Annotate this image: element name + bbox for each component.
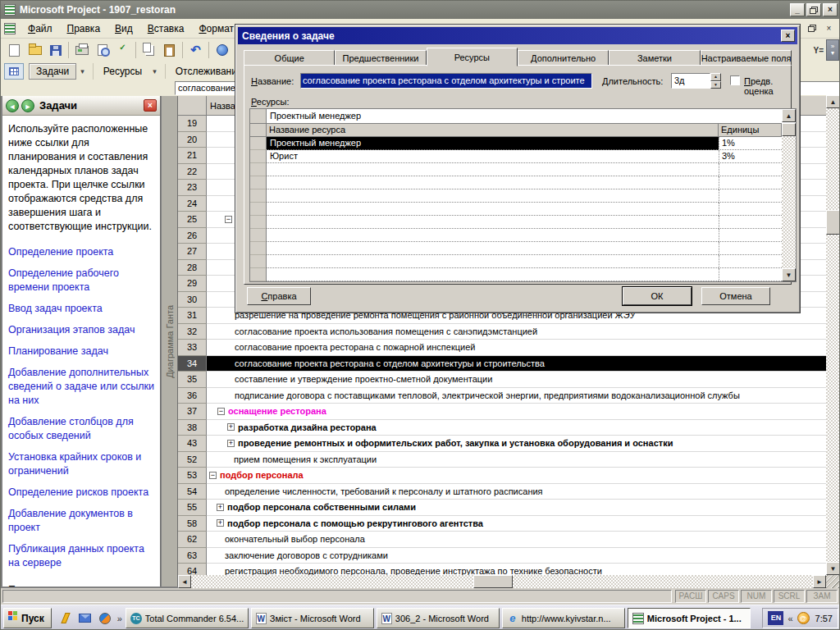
row-number-cell[interactable]: 22 <box>178 164 207 180</box>
chevron-down-icon[interactable]: ▾ <box>148 66 161 77</box>
row-selector[interactable] <box>250 137 267 150</box>
task-cell[interactable]: +подбор персонала собственными силами <box>207 500 826 516</box>
row-number-cell[interactable]: 32 <box>178 324 207 340</box>
sidebar-link[interactable]: Установка крайних сроков и ограничений <box>8 450 154 478</box>
task-cell[interactable]: +подбор персонала с помощью рекрутингово… <box>207 516 826 532</box>
task-cell[interactable]: согласование проекта использования помещ… <box>207 324 826 340</box>
row-number-cell[interactable]: 27 <box>178 244 207 260</box>
sidebar-link[interactable]: Добавление документов в проект <box>8 507 154 535</box>
task-cell[interactable]: подписание договора с поставщиками тепло… <box>207 388 826 404</box>
sidebar-link[interactable]: Публикация данных проекта на сервере <box>8 542 154 570</box>
menu-item-вид[interactable]: Вид <box>107 21 140 37</box>
row-number-cell[interactable]: 62 <box>178 532 207 548</box>
row-number-cell[interactable]: 52 <box>178 452 207 468</box>
scroll-right-icon[interactable]: ► <box>813 575 826 588</box>
row-selector[interactable] <box>250 176 267 189</box>
row-number-cell[interactable]: 36 <box>178 388 207 404</box>
spin-up-icon[interactable]: ▲ <box>710 73 721 81</box>
tab-1[interactable]: Общие <box>244 50 335 66</box>
minimize-button[interactable]: _ <box>790 3 805 16</box>
table-row[interactable]: 34согласование проекта ресторана с отдел… <box>178 356 826 372</box>
sidebar-link[interactable]: Определение рисков проекта <box>8 486 154 500</box>
undo-button[interactable] <box>185 40 206 60</box>
close-button[interactable]: × <box>823 3 838 16</box>
table-row[interactable]: 35составление и утверждение проектно-сме… <box>178 372 826 388</box>
menu-item-правка[interactable]: Правка <box>60 21 108 37</box>
forward-icon[interactable]: ► <box>21 99 34 112</box>
viewbar-button-1[interactable]: Задачи <box>29 63 76 80</box>
task-cell[interactable]: согласование проекта ресторана с отделом… <box>207 356 826 372</box>
table-row[interactable]: 33согласование проекта ресторана с пожар… <box>178 340 826 356</box>
row-selector[interactable] <box>250 150 267 163</box>
lightning-button[interactable] <box>58 610 73 627</box>
entry-row-selector[interactable] <box>250 109 267 124</box>
collapse-icon[interactable]: − <box>225 216 232 223</box>
vertical-scroll-thumb[interactable] <box>826 210 840 235</box>
task-cell[interactable]: −оснащение ресторана <box>207 404 826 420</box>
viewbar-button-2[interactable]: Ресурсы <box>97 64 148 79</box>
grid-entry-field[interactable]: Проектный менеджер <box>267 109 782 124</box>
sidebar-link[interactable]: Ввод задач проекта <box>8 302 154 316</box>
row-number-cell[interactable]: 26 <box>178 228 207 244</box>
task-cell[interactable]: согласование проекта ресторана с пожарно… <box>207 340 826 356</box>
table-row[interactable]: 63заключение договоров с сотрудниками <box>178 548 826 564</box>
tab-5[interactable]: Заметки <box>609 50 700 66</box>
sidebar-link[interactable]: Планирование задач <box>8 345 154 358</box>
row-selector[interactable] <box>250 255 267 268</box>
resource-row[interactable]: Проектный менеджер1% <box>250 137 782 150</box>
grid-vertical-scrollbar[interactable]: ▲ ▼ <box>782 109 796 281</box>
task-cell[interactable]: определение численности, требований к пе… <box>207 484 826 500</box>
insert-hyperlink-button[interactable] <box>212 40 232 60</box>
taskbar-task[interactable]: 306_2 - Microsoft Word <box>377 608 500 628</box>
row-number-cell[interactable]: 54 <box>178 484 207 500</box>
row-number-cell[interactable]: 33 <box>178 340 207 356</box>
tray-chevron-icon[interactable]: « <box>788 614 792 623</box>
print-preview-button[interactable] <box>92 40 112 60</box>
paste-button[interactable] <box>159 40 180 60</box>
task-cell[interactable]: регистрация необходимого персонала, пров… <box>207 564 826 575</box>
table-row[interactable]: 53−подбор персонала <box>178 468 826 484</box>
sidebar-link[interactable]: Определение рабочего времени проекта <box>8 267 154 294</box>
row-number-cell[interactable]: 28 <box>178 260 207 276</box>
back-icon[interactable]: ◄ <box>6 99 19 112</box>
new-document-button[interactable] <box>4 40 25 60</box>
resource-row[interactable]: Юрист3% <box>250 150 782 163</box>
row-selector[interactable] <box>250 189 267 203</box>
scroll-down-icon[interactable]: ▼ <box>826 562 840 575</box>
horizontal-scrollbar[interactable]: ◄ ► <box>178 575 826 588</box>
grid-scroll-down-icon[interactable]: ▼ <box>782 268 796 281</box>
grid-scroll-thumb[interactable] <box>782 123 796 136</box>
expand-icon[interactable]: + <box>227 440 235 447</box>
resource-name-column-header[interactable]: Название ресурса <box>267 124 719 137</box>
help-button[interactable]: Справка <box>247 287 311 305</box>
table-row[interactable]: 58+подбор персонала с помощью рекрутинго… <box>178 516 826 532</box>
language-indicator[interactable]: EN <box>768 611 783 625</box>
print-button[interactable] <box>71 40 92 60</box>
tab-4[interactable]: Дополнительно <box>518 50 609 66</box>
expand-icon[interactable]: + <box>217 519 224 527</box>
window-titlebar[interactable]: Microsoft Project - 1907_restoran _ × <box>1 1 840 19</box>
grid-scroll-up-icon[interactable]: ▲ <box>782 109 796 122</box>
vertical-scrollbar[interactable]: ▲ ▼ <box>826 95 840 575</box>
vertical-scroll-track[interactable] <box>826 108 840 562</box>
quick-launch-overflow-icon[interactable]: » <box>117 614 122 623</box>
row-number-cell[interactable]: 38 <box>178 420 207 436</box>
table-row[interactable]: 54определение численности, требований к … <box>178 484 826 500</box>
row-number-cell[interactable]: 23 <box>178 180 207 196</box>
view-pane-toggle-button[interactable] <box>4 63 24 80</box>
row-number-cell[interactable]: 19 <box>178 116 207 132</box>
row-selector[interactable] <box>250 268 267 281</box>
table-row[interactable]: 36подписание договора с поставщиками теп… <box>178 388 826 404</box>
spelling-button[interactable] <box>112 40 133 60</box>
scroll-left-icon[interactable]: ◄ <box>178 575 191 588</box>
scroll-up-icon[interactable]: ▲ <box>826 95 840 108</box>
sidebar-link[interactable]: Добавление столбцов для особых сведений <box>8 415 154 443</box>
row-selector[interactable] <box>250 163 267 176</box>
collapse-icon[interactable]: − <box>209 472 217 479</box>
expand-icon[interactable]: + <box>217 504 224 511</box>
taskbar-task[interactable]: Total Commander 6.54... <box>126 608 249 628</box>
task-cell[interactable]: +проведение ремонтных и оформительских р… <box>207 436 826 452</box>
toolbar-options-chevron[interactable]: »▾ <box>826 39 839 61</box>
table-row[interactable]: 38+разработка дизайна ресторана <box>178 420 826 436</box>
row-number-cell[interactable]: 30 <box>178 292 207 308</box>
